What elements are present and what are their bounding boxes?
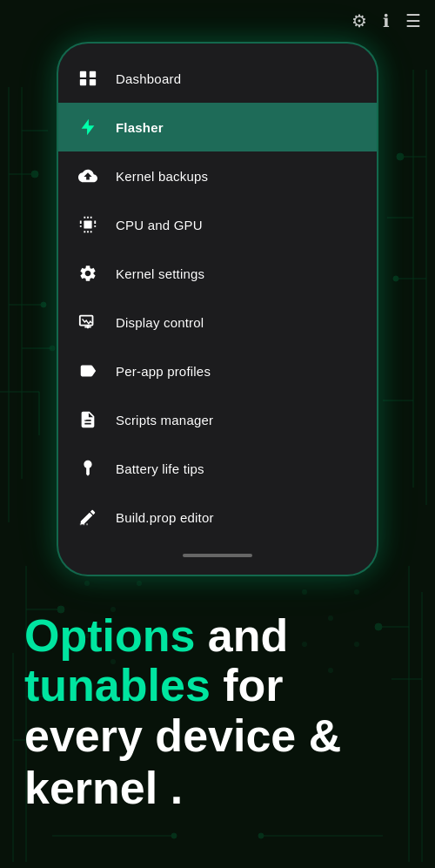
svg-rect-46 (80, 71, 86, 77)
svg-rect-48 (80, 79, 86, 85)
home-indicator (183, 554, 252, 557)
svg-point-33 (258, 833, 264, 838)
tagline-line2: tunables for (24, 661, 411, 710)
tagline-for: for (211, 660, 284, 710)
menu-item-kernel-settings[interactable]: Kernel settings (58, 249, 377, 298)
kernel-backups-icon (76, 164, 100, 188)
tagline-tunables: tunables (24, 660, 211, 710)
build-prop-editor-icon (76, 505, 100, 529)
menu-item-cpu-gpu[interactable]: CPU and GPU (58, 200, 377, 249)
menu-list: Dashboard Flasher Kernel backups (58, 50, 377, 545)
svg-point-15 (393, 276, 398, 281)
top-bar: ⚙ ℹ ☰ (0, 0, 435, 42)
svg-point-2 (31, 171, 38, 178)
info-icon[interactable]: ℹ (383, 10, 390, 31)
flasher-icon (76, 115, 100, 139)
svg-rect-51 (84, 220, 91, 228)
menu-icon[interactable]: ☰ (405, 10, 421, 31)
dashboard-label: Dashboard (116, 71, 181, 86)
scripts-manager-label: Scripts manager (116, 413, 213, 427)
menu-item-kernel-backups[interactable]: Kernel backups (58, 151, 377, 200)
settings-icon[interactable]: ⚙ (351, 10, 367, 31)
kernel-backups-label: Kernel backups (116, 169, 208, 184)
menu-item-flasher[interactable]: Flasher (58, 103, 377, 151)
menu-item-dashboard[interactable]: Dashboard (58, 54, 377, 103)
kernel-settings-icon (76, 261, 100, 286)
cpu-gpu-icon (76, 212, 100, 237)
svg-point-4 (41, 302, 46, 307)
cpu-gpu-label: CPU and GPU (116, 218, 203, 232)
svg-rect-47 (90, 71, 96, 77)
tagline-options: Options (24, 610, 195, 661)
tagline-line3: every device & (24, 710, 411, 763)
menu-item-per-app-profiles[interactable]: Per-app profiles (58, 347, 377, 395)
tagline-line1: Options and (24, 611, 411, 661)
build-prop-editor-label: Build.prop editor (116, 510, 214, 525)
menu-item-display-control[interactable]: Display control (58, 298, 377, 347)
svg-rect-49 (90, 79, 96, 85)
bottom-text-section: Options and tunables for every device & … (0, 585, 435, 832)
tagline-and: and (195, 610, 288, 661)
display-control-icon (76, 310, 100, 334)
menu-item-scripts-manager[interactable]: Scripts manager (58, 395, 377, 444)
dashboard-icon (76, 66, 100, 91)
phone-frame: Dashboard Flasher Kernel backups (57, 42, 378, 576)
per-app-profiles-label: Per-app profiles (116, 364, 211, 379)
svg-point-13 (397, 153, 404, 160)
menu-item-build-prop-editor[interactable]: Build.prop editor (58, 493, 377, 542)
menu-item-battery-life-tips[interactable]: Battery life tips (58, 444, 377, 493)
svg-point-8 (50, 346, 55, 351)
tagline-line4: kernel . (24, 763, 411, 815)
battery-life-tips-icon (76, 456, 100, 481)
scripts-manager-icon (76, 407, 100, 432)
svg-marker-50 (82, 119, 95, 135)
kernel-settings-label: Kernel settings (116, 266, 204, 281)
per-app-profiles-icon (76, 359, 100, 383)
battery-life-tips-label: Battery life tips (116, 461, 204, 476)
svg-point-32 (171, 833, 177, 838)
display-control-label: Display control (116, 315, 204, 330)
flasher-label: Flasher (116, 120, 164, 135)
